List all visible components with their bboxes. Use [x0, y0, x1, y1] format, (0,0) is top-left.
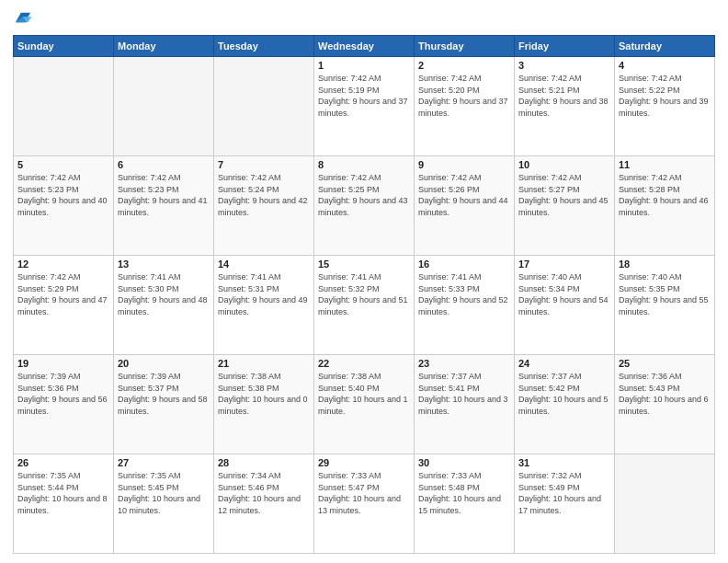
day-info: Sunrise: 7:42 AM Sunset: 5:23 PM Dayligh…	[17, 172, 109, 218]
day-info: Sunrise: 7:38 AM Sunset: 5:38 PM Dayligh…	[218, 371, 310, 417]
day-number: 7	[218, 159, 310, 170]
header	[13, 9, 715, 28]
day-info: Sunrise: 7:41 AM Sunset: 5:30 PM Dayligh…	[118, 271, 210, 317]
day-number: 11	[619, 159, 711, 170]
day-info: Sunrise: 7:41 AM Sunset: 5:32 PM Dayligh…	[318, 271, 410, 317]
day-info: Sunrise: 7:42 AM Sunset: 5:27 PM Dayligh…	[518, 172, 610, 218]
day-number: 2	[418, 60, 510, 71]
day-cell: 6Sunrise: 7:42 AM Sunset: 5:23 PM Daylig…	[114, 156, 214, 256]
day-cell	[14, 57, 114, 156]
day-number: 14	[218, 259, 310, 270]
day-info: Sunrise: 7:35 AM Sunset: 5:45 PM Dayligh…	[118, 470, 210, 516]
day-info: Sunrise: 7:42 AM Sunset: 5:21 PM Dayligh…	[518, 73, 610, 119]
weekday-sunday: Sunday	[14, 36, 114, 57]
day-cell	[114, 57, 214, 156]
day-number: 22	[318, 358, 410, 369]
day-cell: 25Sunrise: 7:36 AM Sunset: 5:43 PM Dayli…	[615, 355, 715, 454]
day-info: Sunrise: 7:35 AM Sunset: 5:44 PM Dayligh…	[17, 470, 109, 516]
day-cell: 29Sunrise: 7:33 AM Sunset: 5:47 PM Dayli…	[314, 454, 415, 554]
day-number: 16	[418, 259, 510, 270]
day-cell: 28Sunrise: 7:34 AM Sunset: 5:46 PM Dayli…	[214, 454, 314, 554]
weekday-tuesday: Tuesday	[214, 36, 314, 57]
day-info: Sunrise: 7:33 AM Sunset: 5:48 PM Dayligh…	[418, 470, 510, 516]
day-info: Sunrise: 7:33 AM Sunset: 5:47 PM Dayligh…	[318, 470, 410, 516]
weekday-wednesday: Wednesday	[314, 36, 415, 57]
day-number: 1	[318, 60, 410, 71]
week-row-4: 19Sunrise: 7:39 AM Sunset: 5:36 PM Dayli…	[14, 355, 715, 454]
day-number: 15	[318, 259, 410, 270]
day-info: Sunrise: 7:41 AM Sunset: 5:33 PM Dayligh…	[418, 271, 510, 317]
logo	[13, 9, 35, 28]
day-cell	[615, 454, 715, 554]
day-cell: 16Sunrise: 7:41 AM Sunset: 5:33 PM Dayli…	[415, 256, 515, 355]
day-cell: 4Sunrise: 7:42 AM Sunset: 5:22 PM Daylig…	[615, 57, 715, 156]
day-number: 29	[318, 457, 410, 468]
day-number: 18	[619, 259, 711, 270]
day-info: Sunrise: 7:37 AM Sunset: 5:42 PM Dayligh…	[518, 371, 610, 417]
day-cell: 17Sunrise: 7:40 AM Sunset: 5:34 PM Dayli…	[515, 256, 615, 355]
day-number: 4	[619, 60, 711, 71]
day-number: 28	[218, 457, 310, 468]
day-info: Sunrise: 7:42 AM Sunset: 5:29 PM Dayligh…	[17, 271, 109, 317]
day-cell: 26Sunrise: 7:35 AM Sunset: 5:44 PM Dayli…	[14, 454, 114, 554]
day-info: Sunrise: 7:41 AM Sunset: 5:31 PM Dayligh…	[218, 271, 310, 317]
day-info: Sunrise: 7:39 AM Sunset: 5:37 PM Dayligh…	[118, 371, 210, 417]
day-cell: 27Sunrise: 7:35 AM Sunset: 5:45 PM Dayli…	[114, 454, 214, 554]
week-row-3: 12Sunrise: 7:42 AM Sunset: 5:29 PM Dayli…	[14, 256, 715, 355]
page: SundayMondayTuesdayWednesdayThursdayFrid…	[0, 0, 728, 563]
weekday-friday: Friday	[515, 36, 615, 57]
day-cell: 31Sunrise: 7:32 AM Sunset: 5:49 PM Dayli…	[515, 454, 615, 554]
day-cell: 18Sunrise: 7:40 AM Sunset: 5:35 PM Dayli…	[615, 256, 715, 355]
day-number: 20	[118, 358, 210, 369]
day-info: Sunrise: 7:39 AM Sunset: 5:36 PM Dayligh…	[17, 371, 109, 417]
day-cell: 21Sunrise: 7:38 AM Sunset: 5:38 PM Dayli…	[214, 355, 314, 454]
week-row-1: 1Sunrise: 7:42 AM Sunset: 5:19 PM Daylig…	[14, 57, 715, 156]
day-info: Sunrise: 7:42 AM Sunset: 5:22 PM Dayligh…	[619, 73, 711, 119]
day-number: 30	[418, 457, 510, 468]
day-cell: 23Sunrise: 7:37 AM Sunset: 5:41 PM Dayli…	[415, 355, 515, 454]
day-number: 3	[518, 60, 610, 71]
day-info: Sunrise: 7:42 AM Sunset: 5:23 PM Dayligh…	[118, 172, 210, 218]
day-cell: 24Sunrise: 7:37 AM Sunset: 5:42 PM Dayli…	[515, 355, 615, 454]
day-number: 10	[518, 159, 610, 170]
day-cell: 2Sunrise: 7:42 AM Sunset: 5:20 PM Daylig…	[415, 57, 515, 156]
day-info: Sunrise: 7:42 AM Sunset: 5:25 PM Dayligh…	[318, 172, 410, 218]
day-info: Sunrise: 7:32 AM Sunset: 5:49 PM Dayligh…	[518, 470, 610, 516]
day-cell: 22Sunrise: 7:38 AM Sunset: 5:40 PM Dayli…	[314, 355, 415, 454]
weekday-monday: Monday	[114, 36, 214, 57]
day-info: Sunrise: 7:42 AM Sunset: 5:20 PM Dayligh…	[418, 73, 510, 119]
day-number: 9	[418, 159, 510, 170]
day-cell: 20Sunrise: 7:39 AM Sunset: 5:37 PM Dayli…	[114, 355, 214, 454]
day-number: 26	[17, 457, 109, 468]
day-cell: 1Sunrise: 7:42 AM Sunset: 5:19 PM Daylig…	[314, 57, 415, 156]
day-cell: 5Sunrise: 7:42 AM Sunset: 5:23 PM Daylig…	[14, 156, 114, 256]
day-info: Sunrise: 7:38 AM Sunset: 5:40 PM Dayligh…	[318, 371, 410, 417]
day-info: Sunrise: 7:40 AM Sunset: 5:34 PM Dayligh…	[518, 271, 610, 317]
weekday-saturday: Saturday	[615, 36, 715, 57]
day-number: 8	[318, 159, 410, 170]
day-number: 31	[518, 457, 610, 468]
day-cell: 14Sunrise: 7:41 AM Sunset: 5:31 PM Dayli…	[214, 256, 314, 355]
day-cell: 11Sunrise: 7:42 AM Sunset: 5:28 PM Dayli…	[615, 156, 715, 256]
day-info: Sunrise: 7:42 AM Sunset: 5:24 PM Dayligh…	[218, 172, 310, 218]
week-row-5: 26Sunrise: 7:35 AM Sunset: 5:44 PM Dayli…	[14, 454, 715, 554]
day-info: Sunrise: 7:42 AM Sunset: 5:26 PM Dayligh…	[418, 172, 510, 218]
week-row-2: 5Sunrise: 7:42 AM Sunset: 5:23 PM Daylig…	[14, 156, 715, 256]
day-number: 12	[17, 259, 109, 270]
day-cell	[214, 57, 314, 156]
day-number: 23	[418, 358, 510, 369]
day-cell: 9Sunrise: 7:42 AM Sunset: 5:26 PM Daylig…	[415, 156, 515, 256]
day-cell: 3Sunrise: 7:42 AM Sunset: 5:21 PM Daylig…	[515, 57, 615, 156]
day-cell: 8Sunrise: 7:42 AM Sunset: 5:25 PM Daylig…	[314, 156, 415, 256]
day-cell: 19Sunrise: 7:39 AM Sunset: 5:36 PM Dayli…	[14, 355, 114, 454]
weekday-header-row: SundayMondayTuesdayWednesdayThursdayFrid…	[14, 36, 715, 57]
weekday-thursday: Thursday	[415, 36, 515, 57]
day-number: 24	[518, 358, 610, 369]
day-cell: 15Sunrise: 7:41 AM Sunset: 5:32 PM Dayli…	[314, 256, 415, 355]
day-info: Sunrise: 7:37 AM Sunset: 5:41 PM Dayligh…	[418, 371, 510, 417]
day-cell: 13Sunrise: 7:41 AM Sunset: 5:30 PM Dayli…	[114, 256, 214, 355]
day-info: Sunrise: 7:40 AM Sunset: 5:35 PM Dayligh…	[619, 271, 711, 317]
day-info: Sunrise: 7:42 AM Sunset: 5:28 PM Dayligh…	[619, 172, 711, 218]
logo-icon	[13, 7, 33, 28]
day-cell: 7Sunrise: 7:42 AM Sunset: 5:24 PM Daylig…	[214, 156, 314, 256]
